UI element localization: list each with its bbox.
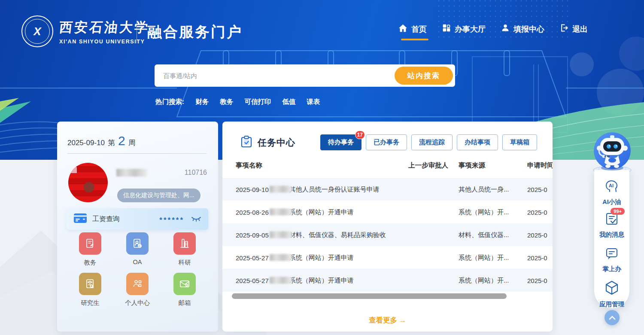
week-number: 2 (118, 134, 125, 148)
app-oa[interactable]: OA (126, 232, 149, 267)
table-row[interactable]: 2025-09-05材料、低值仪器、易耗品采购验收 材料、低值仪器... 202… (222, 223, 553, 246)
hot-search-label: 热门搜索: (155, 97, 184, 107)
tab-closed-items[interactable]: 办结事项 (457, 134, 498, 150)
tab-pending[interactable]: 待办事务 17 (320, 134, 361, 150)
tab-process-tracking[interactable]: 流程追踪 (411, 134, 453, 150)
table-row[interactable]: 2025-08-26系统（网站）开通申请 系统（网站）开... 2025-0 (222, 201, 553, 223)
float-item-app-management[interactable]: 应用管理 (594, 280, 629, 308)
app-keyan[interactable]: 科研 (173, 232, 196, 267)
app-mail[interactable]: 邮箱 (173, 273, 196, 307)
salary-query-card: 工资查询 ****** (67, 208, 208, 230)
search-input[interactable] (155, 64, 395, 87)
tab-drafts[interactable]: 草稿箱 (502, 134, 537, 150)
redacted-name (270, 277, 292, 284)
building-icon (173, 232, 196, 255)
redacted-name (270, 254, 292, 261)
people-icon (126, 273, 149, 295)
logout-icon (560, 24, 568, 34)
app-jiaowu[interactable]: 教务 (79, 232, 101, 267)
ai-head-icon: AI (605, 180, 619, 195)
nav-item-service-hall[interactable]: 办事大厅 (442, 24, 486, 40)
quick-app-grid: 教务 OA (67, 232, 208, 307)
hot-term[interactable]: 财务 (195, 97, 209, 107)
university-logo: X 西安石油大学 XI'AN SHIYOU UNIVERSITY (21, 15, 149, 47)
app-yanjiusheng[interactable]: 研究生 (79, 273, 101, 307)
department-tag: 信息化建设与管理处、网... (117, 189, 200, 202)
hot-term[interactable]: 可信打印 (244, 97, 271, 107)
grad-doc-icon (79, 273, 101, 295)
eye-closed-icon[interactable] (191, 216, 201, 222)
ai-robot-mascot[interactable] (593, 132, 631, 171)
float-item-messages[interactable]: 99+ 我的消息 (594, 211, 629, 239)
id-card-icon (126, 232, 149, 255)
message-icon: 99+ (605, 211, 619, 228)
home-icon (398, 24, 407, 34)
svg-text:AI: AI (609, 183, 614, 188)
site-search: 站内搜索 (155, 64, 455, 87)
nav-item-report-center[interactable]: 填报中心 (501, 24, 544, 40)
hot-term[interactable]: 低值 (282, 97, 295, 107)
active-nav-underline (401, 39, 428, 40)
avatar (68, 163, 108, 202)
user-name-redacted (116, 169, 147, 177)
redacted-name (270, 231, 292, 238)
chevron-up-icon (609, 314, 616, 322)
view-more-link[interactable]: 查看更多 → (222, 316, 553, 325)
redacted-name (270, 186, 292, 193)
tab-done[interactable]: 已办事务 (366, 134, 407, 150)
hot-term[interactable]: 课表 (307, 97, 320, 107)
task-center-card: 任务中心 待办事务 17 已办事务 流程追踪 办结事项 草稿箱 事项名称 上一步… (222, 122, 553, 332)
portal-page: X 西安石油大学 XI'AN SHIYOU UNIVERSITY 融合服务门户 … (0, 0, 644, 335)
salary-label: 工资查询 (92, 215, 120, 224)
employee-id: 110716 (185, 169, 207, 177)
doc-edit-icon (79, 232, 101, 255)
horizontal-scrollbar[interactable] (232, 293, 507, 299)
search-button[interactable]: 站内搜索 (395, 67, 453, 85)
top-nav: 首页 办事大厅 填报中心 (398, 24, 588, 40)
hot-search-row: 热门搜索: 财务 教务 可信打印 低值 课表 (155, 97, 320, 107)
university-emblem-icon: X (21, 15, 53, 47)
profile-card: 2025-09-10 第 2 周 110716 信息化建设与管理处、网... 工… (57, 122, 218, 332)
nav-item-home[interactable]: 首页 (398, 24, 427, 40)
table-row[interactable]: 2025-05-27系统（网站）开通申请 系统（网站）开... 2025-0 (222, 269, 553, 292)
messages-count-badge: 99+ (611, 208, 625, 215)
table-row[interactable]: 2025-05-27系统（网站）开通申请 系统（网站）开... 2025-0 (222, 246, 553, 269)
grid-icon (442, 24, 451, 34)
nav-item-logout[interactable]: 退出 (560, 24, 588, 40)
salary-card-icon (73, 213, 87, 225)
cube-icon (605, 280, 619, 297)
date-week: 2025-09-10 第 2 周 (67, 134, 136, 148)
mail-icon (173, 273, 196, 295)
clipboard-check-icon (240, 135, 252, 150)
task-center-title: 任务中心 (258, 137, 295, 149)
chat-bubble-icon (605, 247, 619, 262)
redacted-name (270, 209, 292, 216)
profile-divider (67, 153, 207, 154)
app-personal-center[interactable]: 个人中心 (125, 273, 150, 307)
float-item-ai[interactable]: AI AI小油 (594, 180, 629, 206)
table-row[interactable]: 2025-09-10其他人员统一身份认证账号申请 其他人员统一身... 2025… (222, 178, 553, 201)
university-name-en: XI'AN SHIYOU UNIVERSITY (59, 39, 149, 45)
hot-term[interactable]: 教务 (220, 97, 233, 107)
portal-title: 融合服务门户 (147, 22, 243, 42)
user-icon (501, 24, 510, 34)
header-divider (137, 20, 137, 43)
task-tabs: 待办事务 17 已办事务 流程追踪 办结事项 草稿箱 (320, 134, 537, 150)
pending-count-badge: 17 (355, 131, 365, 139)
float-item-mobile-office[interactable]: 掌上办 (594, 247, 629, 273)
table-header: 事项名称 上一步审批人 事项来源 申请时间 (222, 161, 553, 174)
scroll-to-top-button[interactable] (605, 310, 620, 325)
salary-masked-value: ****** (159, 213, 184, 225)
